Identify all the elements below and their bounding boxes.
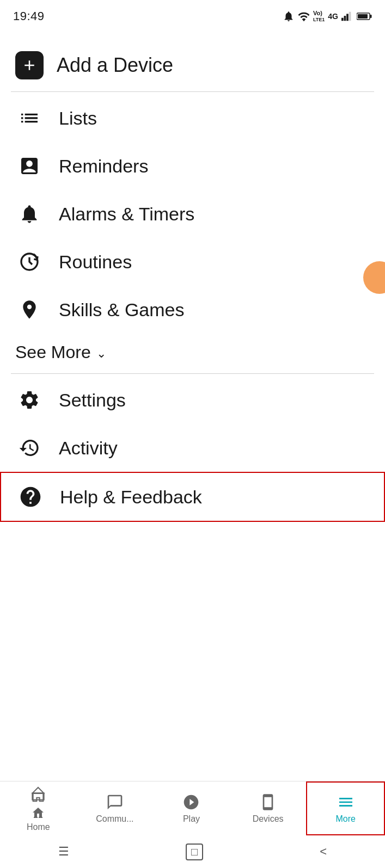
menu-item-settings[interactable]: Settings: [0, 376, 385, 424]
devices-nav-label: Devices: [253, 814, 284, 824]
wifi-status-icon: [298, 10, 310, 22]
settings-label: Settings: [59, 390, 126, 411]
nav-item-devices[interactable]: Devices: [230, 781, 307, 835]
more-nav-icon: [337, 793, 355, 811]
status-time: 19:49: [13, 9, 45, 23]
lists-icon: [15, 104, 44, 132]
help-icon: [16, 483, 45, 511]
bottom-nav: Home Commu... Play Devices More: [0, 781, 385, 835]
activity-icon: [15, 434, 44, 462]
svg-rect-10: [34, 817, 38, 818]
alarms-icon: [15, 200, 44, 228]
system-nav: ☰ □ <: [0, 835, 385, 868]
divider-top: [11, 91, 374, 92]
see-more-row[interactable]: See More ⌄: [0, 334, 385, 371]
lists-label: Lists: [59, 108, 97, 129]
nav-item-more[interactable]: More: [306, 781, 385, 835]
chevron-down-icon: ⌄: [96, 347, 106, 361]
play-nav-label: Play: [183, 814, 200, 824]
battery-icon: [357, 12, 372, 21]
menu-item-alarms[interactable]: Alarms & Timers: [0, 190, 385, 238]
nav-item-home[interactable]: Home: [0, 781, 77, 835]
recent-apps-button[interactable]: ☰: [58, 845, 69, 859]
plus-icon: [21, 57, 38, 73]
status-bar: 19:49 Vo)LTE1 4G: [0, 0, 385, 30]
menu-item-activity[interactable]: Activity: [0, 424, 385, 472]
svg-rect-1: [344, 16, 346, 21]
more-nav-label: More: [335, 814, 355, 824]
play-nav-icon: [182, 793, 200, 811]
signal-icon: [341, 11, 353, 21]
nav-item-commu[interactable]: Commu...: [77, 781, 154, 835]
reminders-label: Reminders: [59, 156, 148, 177]
nav-item-play[interactable]: Play: [153, 781, 230, 835]
commu-nav-icon: [106, 793, 124, 811]
menu-item-skills[interactable]: Skills & Games: [0, 286, 385, 334]
svg-rect-3: [349, 12, 351, 21]
alarms-label: Alarms & Timers: [59, 204, 194, 225]
4g-icon: 4G: [328, 12, 338, 21]
settings-icon: [15, 386, 44, 414]
see-more-label: See More: [15, 342, 91, 362]
menu-item-reminders[interactable]: Reminders: [0, 142, 385, 190]
home-nav-label: Home: [27, 822, 50, 832]
svg-rect-5: [370, 15, 372, 18]
home-nav-icon: [29, 785, 47, 803]
routines-icon: [15, 248, 44, 276]
menu-item-lists[interactable]: Lists: [0, 94, 385, 142]
svg-rect-0: [341, 18, 344, 21]
devices-nav-icon: [259, 793, 277, 811]
add-device-label: Add a Device: [57, 54, 173, 77]
menu-item-help[interactable]: Help & Feedback: [0, 472, 385, 522]
home-button[interactable]: □: [186, 844, 203, 860]
svg-rect-11: [39, 817, 42, 818]
add-device-icon: [15, 51, 44, 79]
skills-label: Skills & Games: [59, 299, 185, 321]
activity-label: Activity: [59, 438, 118, 459]
svg-rect-2: [346, 14, 349, 21]
status-icons: Vo)LTE1 4G: [283, 10, 372, 22]
skills-icon: [15, 296, 44, 324]
divider-bottom: [11, 373, 374, 374]
back-button[interactable]: <: [320, 845, 327, 859]
main-content: Add a Device Lists Reminders Alarms & Ti…: [0, 30, 385, 522]
add-device-row[interactable]: Add a Device: [0, 41, 385, 89]
alarm-status-icon: [283, 10, 295, 22]
commu-nav-label: Commu...: [96, 814, 133, 824]
routines-label: Routines: [59, 251, 132, 273]
svg-rect-6: [358, 14, 368, 19]
help-label: Help & Feedback: [60, 487, 202, 508]
home-nav-icon-fill: [29, 806, 47, 819]
volte-icon: Vo)LTE1: [313, 10, 325, 22]
svg-rect-9: [33, 793, 44, 799]
reminders-icon: [15, 152, 44, 180]
menu-item-routines[interactable]: Routines: [0, 238, 385, 286]
